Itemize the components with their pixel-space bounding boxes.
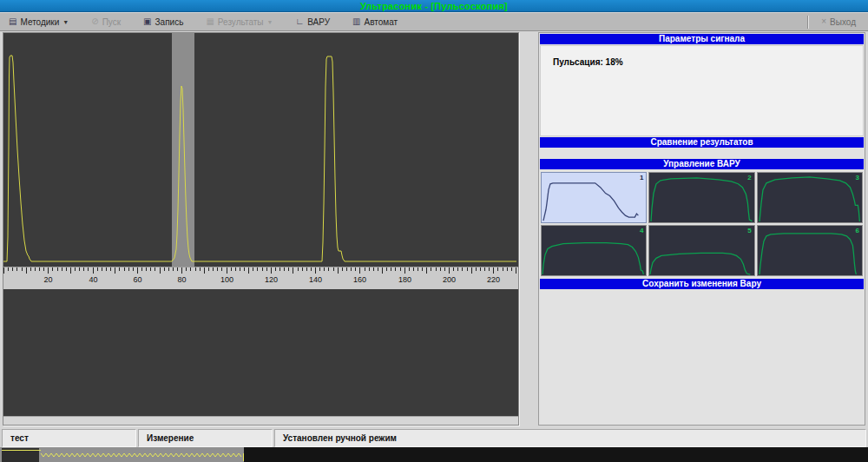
ascan-chart[interactable]: [3, 33, 518, 267]
varu-curve: [758, 173, 862, 222]
svg-text:80: 80: [177, 275, 186, 284]
start-icon: ⊘: [91, 17, 98, 26]
overview-waveform: [0, 447, 868, 462]
start-label: Пуск: [102, 17, 121, 27]
exit-button[interactable]: × Выход: [816, 16, 861, 29]
status-method-label: тест: [10, 433, 29, 443]
svg-text:160: 160: [353, 275, 366, 284]
varu-thumbnail-1[interactable]: 1: [541, 172, 647, 223]
auto-label: Автомат: [365, 17, 398, 27]
svg-text:220: 220: [487, 275, 500, 284]
svg-text:180: 180: [398, 275, 411, 284]
methods-button[interactable]: ▤ Методики ▼: [3, 16, 74, 29]
pulsation-value: Пульсация: 18%: [553, 57, 623, 67]
varu-curve: [649, 173, 753, 222]
x-axis-ruler: 20406080100120140160180200220: [3, 267, 518, 289]
auto-icon: ▥: [352, 17, 360, 26]
signal-params-header: Параметры сигнала: [540, 34, 864, 44]
varu-curve: [542, 173, 646, 222]
thumbnail-number: 3: [856, 174, 859, 182]
varu-thumbnail-5[interactable]: 5: [648, 225, 754, 276]
svg-text:60: 60: [133, 275, 141, 284]
ruler-scale: 20406080100120140160180200220: [3, 267, 518, 288]
status-mode-label: Измерение: [147, 433, 194, 443]
results-label: Результаты: [218, 17, 264, 27]
thumbnail-number: 5: [747, 227, 751, 234]
varu-thumbnail-4[interactable]: 4: [541, 225, 647, 276]
methods-icon: ▤: [9, 17, 16, 26]
svg-text:200: 200: [443, 275, 456, 284]
main-area: 20406080100120140160180200220 Параметры …: [0, 31, 868, 426]
results-button: ▦ Результаты ▼: [201, 16, 278, 29]
toolbar: ▤ Методики ▼ ⊘ Пуск ▣ Запись ▦ Результат…: [0, 12, 868, 31]
varu-label: ВАРУ: [307, 17, 330, 27]
start-button: ⊘ Пуск: [86, 16, 126, 29]
varu-curve: [758, 226, 862, 275]
varu-button[interactable]: ∟ ВАРУ: [290, 16, 335, 29]
varu-thumbnail-3[interactable]: 3: [757, 172, 863, 223]
close-icon: ×: [821, 17, 826, 26]
varu-thumbnail-grid: 123456: [539, 170, 865, 278]
svg-text:100: 100: [220, 275, 233, 284]
svg-text:40: 40: [89, 275, 97, 284]
window-title: Ультрасоник - [Пульсоскопия]: [360, 1, 508, 11]
varu-icon: ∟: [295, 17, 304, 26]
exit-label: Выход: [830, 17, 856, 27]
thumbnail-number: 1: [640, 174, 643, 182]
varu-control-header: Управление ВАРУ: [540, 159, 864, 169]
status-field-method: тест: [2, 429, 136, 447]
signal-params-box: Пульсация: 18%: [540, 45, 864, 136]
ascan-waveform: [3, 33, 518, 267]
title-bar: Ультрасоник - [Пульсоскопия]: [0, 0, 868, 12]
svg-text:20: 20: [43, 275, 52, 284]
status-field-mode: Измерение: [138, 429, 273, 447]
svg-text:120: 120: [265, 275, 278, 284]
varu-thumbnail-2[interactable]: 2: [648, 172, 754, 223]
varu-curve: [649, 226, 753, 275]
thumbnail-number: 6: [856, 227, 859, 234]
panel-bottom-strip: [3, 416, 518, 425]
chevron-down-icon: ▼: [62, 19, 69, 25]
toolbar-separator: [807, 16, 809, 29]
status-field-message: Установлен ручной режим: [274, 429, 866, 447]
chart-lower-area: [3, 289, 518, 416]
svg-text:140: 140: [309, 275, 322, 284]
status-message-label: Установлен ручной режим: [283, 433, 397, 443]
signal-overview-strip[interactable]: [0, 447, 868, 462]
compare-results-button[interactable]: Сравнение результатов: [540, 137, 864, 148]
status-bar: тест Измерение Установлен ручной режим: [0, 429, 868, 447]
record-icon: ▣: [143, 17, 151, 26]
varu-curve: [542, 226, 646, 275]
record-button[interactable]: ▣ Запись: [138, 16, 188, 29]
record-label: Запись: [155, 17, 184, 27]
control-panel: Параметры сигнала Пульсация: 18% Сравнен…: [538, 32, 865, 426]
chevron-down-icon: ▼: [267, 19, 273, 25]
thumbnail-number: 4: [640, 227, 643, 234]
methods-label: Методики: [20, 17, 59, 27]
thumbnail-number: 2: [747, 174, 751, 182]
ascan-panel: 20406080100120140160180200220: [3, 32, 519, 426]
varu-thumbnail-6[interactable]: 6: [757, 225, 863, 276]
auto-button[interactable]: ▥ Автомат: [347, 16, 403, 29]
section-gap: [539, 148, 865, 158]
save-varu-button[interactable]: Сохранить изменения Вару: [540, 279, 864, 289]
results-icon: ▦: [206, 17, 214, 26]
control-panel-empty: [539, 290, 865, 425]
